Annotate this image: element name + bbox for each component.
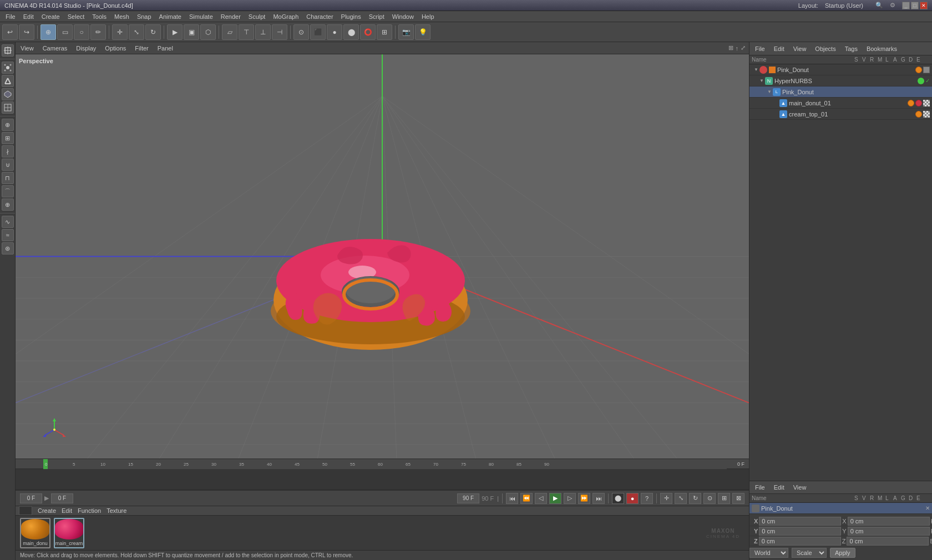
rotate-btn[interactable]: ↻ — [145, 24, 161, 40]
mat-create-btn[interactable]: Create — [38, 507, 56, 514]
front-btn[interactable]: ⊥ — [255, 24, 271, 40]
tool-polygons[interactable] — [2, 88, 14, 100]
frame-start-input[interactable] — [20, 493, 42, 503]
apply-btn[interactable]: Apply — [830, 548, 855, 558]
menu-file[interactable]: File — [2, 12, 19, 21]
rect-select-btn[interactable]: ▭ — [57, 24, 73, 40]
grid-btn[interactable]: ⊞ — [377, 24, 392, 40]
torus-btn[interactable]: ⭕ — [360, 24, 376, 40]
search-icon[interactable]: 🔍 — [875, 2, 883, 9]
menu-create[interactable]: Create — [38, 12, 63, 21]
obj-row-main-donut[interactable]: ▶ ▲ main_donut_01 — [749, 98, 932, 109]
timeline-track[interactable] — [16, 469, 749, 490]
render-region-btn[interactable]: ▣ — [184, 24, 199, 40]
tl-btn6[interactable]: ⊠ — [732, 493, 744, 504]
obj-bookmarks-btn[interactable]: Bookmarks — [864, 44, 899, 53]
poly-select-btn[interactable]: ✏ — [90, 24, 106, 40]
coord-z-size[interactable] — [847, 537, 929, 546]
cylinder-btn[interactable]: ⬤ — [343, 24, 359, 40]
tool-points[interactable] — [2, 62, 14, 74]
tool-edges[interactable] — [2, 75, 14, 87]
camera-btn[interactable]: 📷 — [398, 24, 414, 40]
obj-dot-orange-3[interactable] — [908, 100, 914, 106]
mat-edit-btn[interactable]: Edit — [62, 507, 72, 514]
goto-end-btn[interactable]: ⏭ — [592, 493, 605, 504]
tool-extrude[interactable]: ⊓ — [2, 172, 14, 184]
obj-ctrl-sq-0[interactable] — [923, 67, 930, 73]
scale-btn[interactable]: ⤡ — [129, 24, 144, 40]
attr-selected-obj[interactable]: Pink_Donut ✕ — [749, 503, 932, 514]
render-btn[interactable]: ▶ — [167, 24, 183, 40]
obj-tags-btn[interactable]: Tags — [843, 44, 860, 53]
move-key-btn[interactable]: ✛ — [660, 493, 672, 504]
coord-x-pos[interactable] — [759, 517, 841, 526]
top-btn[interactable]: ⊤ — [239, 24, 254, 40]
minimize-btn[interactable]: _ — [902, 2, 910, 9]
vp-menu-display[interactable]: Display — [74, 45, 98, 52]
menu-select[interactable]: Select — [64, 12, 88, 21]
goto-start-btn[interactable]: ⏮ — [506, 493, 518, 504]
viewport-canvas[interactable]: Perspective — [16, 54, 749, 459]
menu-render[interactable]: Render — [217, 12, 244, 21]
scale-dropdown[interactable]: Scale Move Rotate — [792, 548, 827, 558]
vp-menu-panel[interactable]: Panel — [156, 45, 175, 52]
menu-window[interactable]: Window — [389, 12, 417, 21]
record-btn[interactable]: ⬤ — [612, 493, 624, 504]
menu-edit[interactable]: Edit — [20, 12, 37, 21]
prev-frame-btn[interactable]: ⏪ — [520, 493, 533, 504]
record-key-btn[interactable]: ● — [626, 493, 639, 504]
tool-sculpt[interactable]: ⌒ — [2, 185, 14, 197]
obj-dot-green-1[interactable] — [918, 78, 924, 84]
coord-y-size[interactable] — [848, 527, 930, 536]
prev-key-btn[interactable]: ◁ — [535, 493, 547, 504]
mat-swatch-cream[interactable]: main_cream — [54, 518, 84, 548]
menu-mesh[interactable]: Mesh — [111, 12, 133, 21]
objects-list[interactable]: ▼ Pink_Donut ▼ N HyperNURBS ✓ — [749, 64, 932, 481]
obj-file-btn[interactable]: File — [753, 44, 767, 53]
help-btn[interactable]: ? — [641, 493, 653, 504]
attr-edit-btn[interactable]: Edit — [772, 483, 787, 492]
attr-file-btn[interactable]: File — [753, 483, 767, 492]
bank-key-btn[interactable]: ⊙ — [703, 493, 716, 504]
vp-menu-view[interactable]: View — [19, 45, 36, 52]
cube-btn[interactable]: ⬛ — [310, 24, 326, 40]
menu-simulate[interactable]: Simulate — [186, 12, 216, 21]
light-btn[interactable]: 💡 — [415, 24, 430, 40]
close-btn[interactable]: ✕ — [920, 2, 928, 9]
mat-texture-btn[interactable]: Texture — [107, 507, 126, 514]
menu-mograph[interactable]: MoGraph — [270, 12, 302, 21]
obj-edit-btn[interactable]: Edit — [772, 44, 787, 53]
obj-dot-red-3[interactable] — [915, 100, 922, 106]
scale-key-btn[interactable]: ⤡ — [675, 493, 687, 504]
attr-view-btn[interactable]: View — [791, 483, 809, 492]
obj-dot-orange-4[interactable] — [915, 111, 922, 118]
attr-close-icon[interactable]: ✕ — [925, 505, 930, 511]
null-btn[interactable]: ⊙ — [293, 24, 309, 40]
vp-ctrl-1[interactable]: ⊞ — [728, 44, 733, 52]
next-key-btn[interactable]: ▷ — [564, 493, 576, 504]
tool-brush[interactable]: ⊛ — [2, 242, 14, 254]
mat-function-btn[interactable]: Function — [78, 507, 101, 514]
settings-icon[interactable]: ⚙ — [890, 2, 895, 9]
rotate-key-btn[interactable]: ↻ — [689, 493, 701, 504]
tool-bridge[interactable]: ⊍ — [2, 159, 14, 171]
circle-select-btn[interactable]: ○ — [74, 24, 89, 40]
obj-check-1[interactable]: ✓ — [925, 78, 930, 84]
tool-uvw[interactable] — [2, 101, 14, 114]
tool-model[interactable] — [2, 44, 14, 57]
world-dropdown[interactable]: World Object Camera — [749, 548, 788, 558]
obj-row-hypernurbs[interactable]: ▼ N HyperNURBS ✓ — [749, 75, 932, 86]
live-select-btn[interactable]: ⊕ — [40, 24, 56, 40]
menu-sculpt[interactable]: Sculpt — [245, 12, 269, 21]
perspective-btn[interactable]: ▱ — [222, 24, 237, 40]
obj-checker-3[interactable] — [923, 100, 930, 106]
obj-dot-orange-0[interactable] — [915, 67, 922, 73]
obj-checker-4[interactable] — [923, 111, 930, 118]
obj-row-pink-donut[interactable]: ▼ Pink_Donut — [749, 64, 932, 75]
undo-btn[interactable]: ↩ — [2, 24, 18, 40]
mat-swatch-donut[interactable]: main_donu — [20, 518, 50, 548]
maximize-btn[interactable]: □ — [911, 2, 919, 9]
menu-character[interactable]: Character — [303, 12, 336, 21]
obj-row-cream-top[interactable]: ▶ ▲ cream_top_01 — [749, 109, 932, 120]
obj-objects-btn[interactable]: Objects — [813, 44, 838, 53]
